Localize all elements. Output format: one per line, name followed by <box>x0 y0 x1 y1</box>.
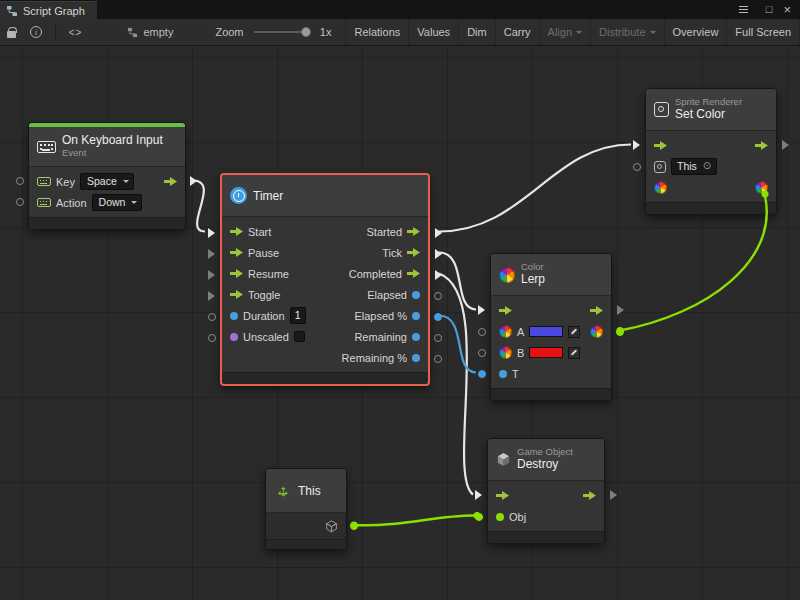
flow-out-port[interactable] <box>755 141 768 150</box>
elapsed-outer-port[interactable] <box>434 292 442 300</box>
color-b-swatch[interactable] <box>529 347 563 358</box>
flow-out-outer-port[interactable] <box>782 140 789 150</box>
start-port[interactable] <box>230 227 243 236</box>
toggle-port[interactable] <box>230 290 243 299</box>
gameobject-cube-port[interactable] <box>325 520 338 533</box>
flow-in-outer-port[interactable] <box>478 305 485 315</box>
object-picker-icon[interactable] <box>703 161 711 171</box>
color-in-port[interactable] <box>654 181 667 194</box>
completed-port[interactable] <box>407 269 420 278</box>
relations-button[interactable]: Relations <box>345 19 408 45</box>
zoom-slider[interactable] <box>254 31 311 33</box>
zoom-slider-handle[interactable] <box>301 27 311 37</box>
node-destroy[interactable]: Game Object Destroy Obj <box>487 438 605 544</box>
a-port-icon[interactable] <box>499 325 512 338</box>
info-icon[interactable] <box>23 19 49 45</box>
t-outer-port[interactable] <box>478 370 486 378</box>
wire-elapsedpct-to-t[interactable] <box>439 316 476 373</box>
wire-completed-to-destroy[interactable] <box>439 274 473 495</box>
node-this[interactable]: This <box>265 468 347 550</box>
target-object-field[interactable]: This <box>671 158 717 175</box>
key-outer-port[interactable] <box>16 177 24 185</box>
overview-button[interactable]: Overview <box>664 19 727 45</box>
flow-in-outer-port[interactable] <box>475 490 482 500</box>
elapsed-pct-port[interactable] <box>412 312 420 320</box>
key-port-icon[interactable] <box>37 177 51 186</box>
unscaled-outer-port[interactable] <box>208 334 216 342</box>
b-port-icon[interactable] <box>499 346 512 359</box>
pause-port[interactable] <box>230 248 243 257</box>
node-color-lerp[interactable]: Color Lerp A B <box>490 253 612 401</box>
duration-input[interactable]: 1 <box>290 307 306 324</box>
lock-icon[interactable] <box>0 19 23 45</box>
pause-outer-port[interactable] <box>208 249 215 259</box>
start-outer-port[interactable] <box>208 228 215 238</box>
wire-tick-to-lerp[interactable] <box>439 253 476 310</box>
close-icon[interactable]: × <box>783 3 791 16</box>
completed-outer-port[interactable] <box>435 270 442 280</box>
fullscreen-button[interactable]: Full Screen <box>726 19 800 45</box>
remaining-port[interactable] <box>412 333 420 341</box>
action-outer-port[interactable] <box>16 198 24 206</box>
t-port[interactable] <box>499 370 507 378</box>
flow-in-port[interactable] <box>496 491 509 500</box>
flow-in-outer-port[interactable] <box>633 140 640 150</box>
b-outer-port[interactable] <box>478 349 486 357</box>
started-port[interactable] <box>407 227 420 236</box>
trigger-out-port[interactable] <box>164 177 177 186</box>
action-port-icon[interactable] <box>37 198 51 207</box>
duration-outer-port[interactable] <box>208 313 216 321</box>
remaining-outer-port[interactable] <box>434 334 442 342</box>
flow-out-outer-port[interactable] <box>610 490 617 500</box>
toggle-outer-port[interactable] <box>208 291 215 301</box>
node-set-color[interactable]: Sprite Renderer Set Color This <box>645 88 777 215</box>
tab-script-graph[interactable]: Script Graph <box>0 1 97 19</box>
values-button[interactable]: Values <box>408 19 458 45</box>
remaining-pct-port[interactable] <box>412 354 420 362</box>
target-outer-port[interactable] <box>633 163 641 171</box>
remaining-pct-outer-port[interactable] <box>434 355 442 363</box>
flow-out-outer-port[interactable] <box>617 305 624 315</box>
tick-outer-port[interactable] <box>435 249 442 259</box>
color-out-outer-port[interactable] <box>616 328 624 336</box>
graph-canvas[interactable]: On Keyboard Input Event Key Space Action… <box>0 46 800 600</box>
color-pass-port[interactable] <box>755 181 768 194</box>
unscaled-checkbox[interactable] <box>294 331 305 342</box>
obj-outer-port[interactable] <box>475 513 483 521</box>
wire-keyboard-to-timer-start[interactable] <box>193 181 205 232</box>
obj-port[interactable] <box>496 513 504 521</box>
action-dropdown[interactable]: Down <box>92 194 143 211</box>
code-preview-icon[interactable] <box>62 19 90 45</box>
node-on-keyboard-input[interactable]: On Keyboard Input Event Key Space Action… <box>28 122 186 230</box>
resume-port[interactable] <box>230 269 243 278</box>
flow-out-port[interactable] <box>583 491 596 500</box>
this-outer-port[interactable] <box>350 522 358 530</box>
target-port-icon[interactable] <box>654 161 666 173</box>
wire-this-to-obj[interactable] <box>354 515 475 525</box>
flow-in-port[interactable] <box>499 306 512 315</box>
eyedropper-icon[interactable] <box>568 347 580 359</box>
distribute-button[interactable]: Distribute <box>590 19 663 45</box>
node-timer[interactable]: Timer Start Started Pause Tick Resume Co… <box>220 173 430 386</box>
wire-started-to-setcolor[interactable] <box>439 145 631 232</box>
elapsed-pct-outer-port[interactable] <box>434 313 442 321</box>
duration-port[interactable] <box>230 312 238 320</box>
window-menu-icon[interactable] <box>732 0 755 19</box>
flow-out-port[interactable] <box>590 306 603 315</box>
carry-button[interactable]: Carry <box>495 19 539 45</box>
resume-outer-port[interactable] <box>208 270 215 280</box>
color-a-swatch[interactable] <box>529 326 563 337</box>
color-out-port[interactable] <box>590 325 603 338</box>
eyedropper-icon[interactable] <box>568 326 580 338</box>
trigger-outer-port[interactable] <box>190 176 197 186</box>
wire-lerp-to-setcolor-color[interactable] <box>620 196 767 331</box>
flow-in-port[interactable] <box>654 141 667 150</box>
started-outer-port[interactable] <box>435 228 442 238</box>
elapsed-port[interactable] <box>412 291 420 299</box>
a-outer-port[interactable] <box>478 328 486 336</box>
align-button[interactable]: Align <box>539 19 590 45</box>
key-dropdown[interactable]: Space <box>80 173 134 190</box>
tick-port[interactable] <box>407 248 420 257</box>
unscaled-port[interactable] <box>230 333 238 341</box>
dim-button[interactable]: Dim <box>458 19 495 45</box>
